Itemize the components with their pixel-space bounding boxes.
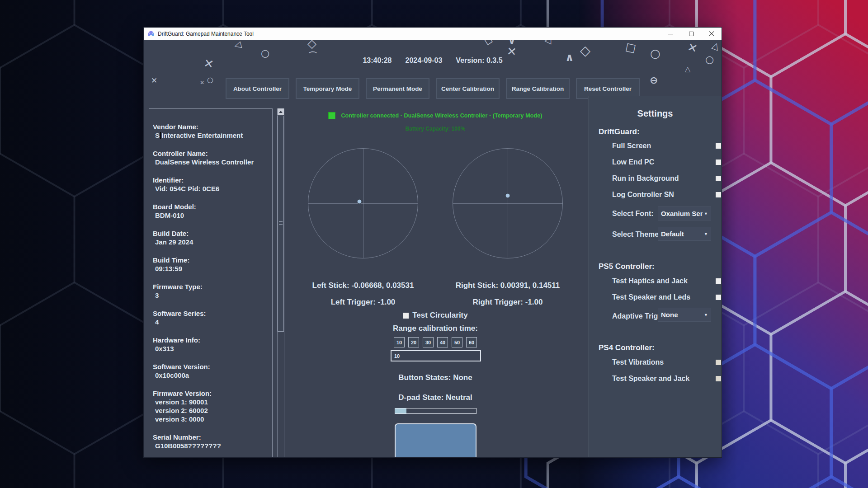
titlebar: DriftGuard: Gamepad Maintenance Tool — [144, 28, 722, 40]
test-circularity-checkbox[interactable]: Test Circularity — [291, 311, 580, 320]
info-label: Software Series: — [153, 309, 269, 318]
setting-label: Test Vibrations — [612, 358, 664, 366]
setting-test-speaker-leds: Test Speaker and Leds — [612, 293, 717, 302]
battery-status: Battery Capacity: 100% — [291, 126, 580, 132]
section-driftguard: DriftGuard: — [599, 127, 640, 136]
clock: 13:40:28 — [363, 56, 392, 65]
info-label: Hardware Info: — [153, 336, 269, 344]
setting-log-controller-sn: Log Controller SN — [612, 191, 717, 200]
checkbox[interactable] — [716, 176, 721, 181]
range-time-50-button[interactable]: 50 — [452, 337, 462, 347]
checkbox[interactable] — [716, 160, 721, 165]
diamond-icon: ◇ — [307, 40, 316, 49]
checkbox[interactable] — [716, 295, 721, 300]
version: Version: 0.3.5 — [456, 56, 502, 65]
info-label: Firmware Type: — [153, 282, 269, 291]
setting-label: Log Controller SN — [612, 191, 674, 198]
setting-run-in-background: Run in Background — [612, 174, 717, 183]
right-trigger-value: Right Trigger: -1.00 — [435, 298, 580, 307]
chevron-down-icon: ▼ — [704, 313, 708, 317]
info-label: Software Version: — [153, 362, 269, 371]
controller-info-panel[interactable]: Vendor Name:S Interactive Entertainment … — [149, 108, 273, 457]
info-value: 4 — [153, 318, 269, 326]
range-time-60-button[interactable]: 60 — [466, 337, 477, 347]
left-stick-circle — [308, 148, 418, 258]
adaptive-trigger-dropdown[interactable]: None ▼ — [658, 308, 711, 322]
diamond-icon: ◇ — [484, 40, 494, 47]
app-window: DriftGuard: Gamepad Maintenance Tool ✕✕✕… — [143, 27, 722, 458]
info-value: version 1: 90001 — [153, 398, 269, 406]
checkbox-icon — [403, 313, 409, 319]
info-value: S Interactive Entertainment — [153, 131, 269, 140]
center-calibration-button[interactable]: Center Calibration — [436, 78, 500, 99]
scrollbar-thumb[interactable] — [278, 116, 284, 332]
ps-triangle-icon: △ — [711, 40, 721, 51]
maximize-button[interactable] — [681, 28, 701, 40]
text-cursor — [160, 132, 161, 139]
center-column: Controller connected - DualSense Wireles… — [291, 108, 580, 457]
ps-square-icon: □ — [625, 41, 637, 54]
range-time-input[interactable] — [391, 350, 481, 361]
info-value: 0x313 — [153, 344, 269, 353]
button-states-label: Button States: None — [291, 373, 580, 382]
checkbox[interactable] — [716, 376, 721, 381]
connection-indicator — [328, 112, 335, 119]
range-time-40-button[interactable]: 40 — [437, 337, 448, 347]
info-label: Firmware Version: — [153, 389, 269, 398]
about-controller-button[interactable]: About Controller — [226, 78, 289, 99]
checkbox[interactable] — [716, 278, 721, 284]
range-time-20-button[interactable]: 20 — [408, 337, 419, 347]
desktop: DriftGuard: Gamepad Maintenance Tool ✕✕✕… — [0, 0, 868, 488]
ps-cross-icon: ✕ — [506, 45, 517, 58]
info-value: version 3: 0000 — [153, 415, 269, 423]
arrow-up-icon — [279, 111, 283, 113]
adaptive-trigger-value: None — [661, 311, 703, 319]
range-time-10-button[interactable]: 10 — [394, 337, 405, 347]
progress-fill — [395, 408, 406, 413]
date: 2024-09-03 — [406, 56, 443, 65]
setting-label: Full Screen — [612, 142, 651, 150]
setting-label: Select Theme: — [612, 230, 661, 238]
diamond-icon: ◇ — [580, 44, 590, 57]
left-stick-value: Left Stick: -0.06668, 0.03531 — [291, 281, 435, 290]
info-label: Build Time: — [153, 256, 269, 264]
temporary-mode-button[interactable]: Temporary Mode — [296, 78, 359, 99]
setting-label: Run in Background — [612, 174, 679, 182]
settings-title: Settings — [589, 108, 722, 119]
permanent-mode-button[interactable]: Permanent Mode — [366, 78, 429, 99]
crosshair-horizontal — [308, 203, 418, 204]
checkbox[interactable] — [716, 360, 721, 365]
right-stick-dot — [505, 193, 510, 198]
info-value: Jan 29 2024 — [153, 238, 269, 246]
range-time-presets: 10 20 30 40 50 60 — [291, 337, 580, 347]
info-label: Vendor Name: — [153, 122, 269, 131]
info-value: BDM-010 — [153, 211, 269, 220]
minimize-button[interactable] — [660, 28, 681, 40]
right-stick-value: Right Stick: 0.00391, 0.14511 — [435, 281, 580, 290]
info-value: G10B0058???????? — [153, 441, 269, 450]
left-trigger-value: Left Trigger: -1.00 — [291, 298, 435, 307]
info-value: version 2: 60002 — [153, 406, 269, 415]
right-stick-circle — [453, 148, 563, 258]
ps-triangle-icon: △ — [685, 66, 690, 73]
close-icon — [709, 31, 714, 37]
close-button[interactable] — [701, 28, 722, 40]
info-label: Controller Name: — [153, 149, 269, 158]
range-time-30-button[interactable]: 30 — [423, 337, 434, 347]
scroll-up-button[interactable] — [278, 108, 284, 115]
setting-label: Test Haptics and Jack — [612, 277, 688, 285]
info-value: 09:13:59 — [153, 264, 269, 273]
crosshair-horizontal — [453, 203, 562, 204]
range-calibration-title: Range calibration time: — [291, 324, 580, 333]
range-calibration-button[interactable]: Range Calibration — [506, 78, 570, 99]
info-value: 0x10c000a — [153, 371, 269, 380]
theme-dropdown[interactable]: Default ▼ — [658, 227, 711, 241]
info-scrollbar[interactable] — [277, 108, 284, 457]
font-dropdown[interactable]: Oxanium Semi ▼ — [658, 206, 711, 221]
window-controls — [660, 28, 722, 40]
checkbox[interactable] — [716, 143, 721, 149]
info-label: Build Date: — [153, 229, 269, 238]
checkbox[interactable] — [716, 192, 721, 197]
theme-dropdown-value: Default — [661, 230, 703, 238]
ps-cross-icon: ✕ — [686, 41, 699, 55]
